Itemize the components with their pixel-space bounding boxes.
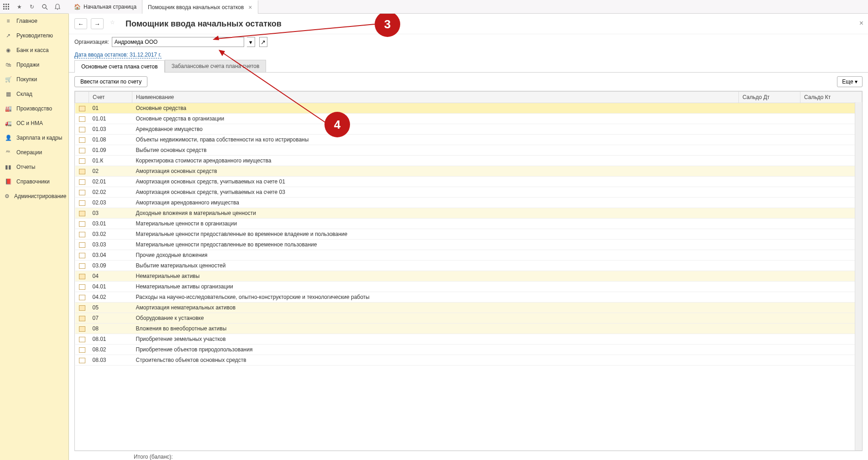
table-row[interactable]: 03.09Выбытие материальных ценностей: [75, 261, 862, 271]
sidebar-item-2[interactable]: ◉Банк и касса: [0, 43, 68, 58]
back-button[interactable]: ←: [74, 18, 87, 29]
top-toolbar: ★ ↻ 🏠 Начальная страница Помощник ввода …: [0, 0, 868, 14]
account-icon: [79, 295, 85, 300]
close-page-icon[interactable]: ×: [859, 19, 863, 27]
table-row[interactable]: 08.01Приобретение земельных участков: [75, 334, 862, 345]
star-icon[interactable]: ★: [15, 3, 23, 11]
table-row[interactable]: 05Амортизация нематериальных активов: [75, 303, 862, 313]
table-row[interactable]: 01.08Объекты недвижимости, права собстве…: [75, 135, 862, 145]
account-icon: [79, 158, 85, 164]
sidebar-item-6[interactable]: 🏭Производство: [0, 101, 68, 116]
table-row[interactable]: 07Оборудование к установке: [75, 313, 862, 324]
sidebar-icon: 🛍: [5, 61, 12, 68]
table-row[interactable]: 01Основные средства: [75, 103, 862, 114]
sidebar-icon: ▮▮: [5, 163, 12, 171]
sidebar-item-11[interactable]: 📕Справочники: [0, 174, 68, 189]
sidebar-icon: ≡: [5, 17, 12, 25]
account-icon: [79, 200, 85, 206]
sidebar-item-label: Администрирование: [14, 193, 66, 199]
table-row[interactable]: 08Вложения во внеоборотные активы: [75, 324, 862, 334]
sidebar-icon: ⚙: [5, 193, 10, 200]
account-code: 02.02: [89, 187, 132, 198]
tab-main-accounts[interactable]: Основные счета плана счетов: [74, 60, 165, 73]
apps-icon[interactable]: [2, 3, 10, 11]
table-row[interactable]: 08.03Строительство объектов основных сре…: [75, 355, 862, 366]
account-name: Нематериальные активы организации: [132, 282, 739, 292]
sidebar-item-4[interactable]: 🛒Покупки: [0, 72, 68, 87]
tab-home[interactable]: 🏠 Начальная страница: [68, 0, 142, 14]
enter-balance-button[interactable]: Ввести остатки по счету: [74, 76, 147, 87]
sidebar-item-9[interactable]: ᴬᵏОперации: [0, 145, 68, 160]
account-code: 04.01: [89, 282, 132, 292]
table-row[interactable]: 04.02Расходы на научно-исследовательские…: [75, 292, 862, 303]
sidebar-item-1[interactable]: ↗Руководителю: [0, 28, 68, 43]
account-name: Амортизация нематериальных активов: [132, 303, 739, 313]
bell-icon[interactable]: [53, 3, 62, 11]
sidebar-icon: 🚛: [5, 120, 12, 127]
account-icon: [79, 316, 85, 321]
sidebar-icon: 📕: [5, 178, 12, 185]
table-row[interactable]: 01.09Выбытие основных средств: [75, 145, 862, 156]
annotation-arrow-3: [213, 23, 377, 41]
account-name: Доходные вложения в материальные ценност…: [132, 208, 739, 219]
sidebar-item-10[interactable]: ▮▮Отчеты: [0, 160, 68, 174]
table-row[interactable]: 01.01Основные средства в организации: [75, 114, 862, 124]
account-code: 05: [89, 303, 132, 313]
history-icon[interactable]: ↻: [28, 3, 36, 11]
table-row[interactable]: 02.02Амортизация основных средств, учиты…: [75, 187, 862, 198]
table-row[interactable]: 03.03Материальные ценности предоставленн…: [75, 240, 862, 250]
sidebar-item-label: ОС и НМА: [16, 120, 43, 126]
table-row[interactable]: 01.ККорректировка стоимости арендованног…: [75, 156, 862, 166]
account-name: Амортизация основных средств: [132, 166, 739, 177]
account-name: Амортизация основных средств, учитываемы…: [132, 177, 739, 187]
table-row[interactable]: 04Нематериальные активы: [75, 271, 862, 282]
table-row[interactable]: 03.04Прочие доходные вложения: [75, 250, 862, 261]
sidebar-item-label: Главное: [16, 18, 37, 24]
favorite-icon[interactable]: ☆: [110, 19, 119, 28]
sidebar-item-3[interactable]: 🛍Продажи: [0, 58, 68, 72]
account-name: Материальные ценности в организации: [132, 219, 739, 229]
tab-assistant[interactable]: Помощник ввода начальных остатков ×: [142, 0, 258, 14]
svg-rect-7: [5, 8, 7, 10]
table-row[interactable]: 01.03Арендованное имущество: [75, 124, 862, 135]
close-icon[interactable]: ×: [248, 4, 252, 11]
account-code: 03.01: [89, 219, 132, 229]
table-row[interactable]: 04.01Нематериальные активы организации: [75, 282, 862, 292]
date-link[interactable]: Дата ввода остатков: 31.12.2017 г.: [74, 52, 162, 58]
sidebar-item-8[interactable]: 👤Зарплата и кадры: [0, 131, 68, 145]
table-row[interactable]: 03.02Материальные ценности предоставленн…: [75, 229, 862, 240]
more-button[interactable]: Еще ▾: [837, 76, 863, 87]
forward-button[interactable]: →: [91, 18, 104, 29]
sidebar-item-0[interactable]: ≡Главное: [0, 14, 68, 28]
table-row[interactable]: 03Доходные вложения в материальные ценно…: [75, 208, 862, 219]
table-row[interactable]: 02.03Амортизация арендованного имущества: [75, 198, 862, 208]
content: × ← → ☆ Помощник ввода начальных остатко…: [69, 14, 868, 460]
sidebar-item-7[interactable]: 🚛ОС и НМА: [0, 116, 68, 131]
col-kt[interactable]: Сальдо Кт: [800, 92, 862, 103]
col-account[interactable]: Счет: [89, 92, 132, 103]
svg-rect-8: [8, 8, 9, 10]
account-icon: [79, 116, 85, 122]
search-icon[interactable]: [41, 3, 49, 11]
sidebar-item-5[interactable]: ▦Склад: [0, 87, 68, 101]
sidebar-item-12[interactable]: ⚙Администрирование: [0, 189, 68, 204]
annotation-arrow-4: [219, 50, 328, 125]
svg-rect-0: [3, 4, 5, 5]
account-name: Вложения во внеоборотные активы: [132, 324, 739, 334]
account-code: 01.К: [89, 156, 132, 166]
account-name: Приобретение земельных участков: [132, 334, 739, 345]
account-name: Объекты недвижимости, права собственност…: [132, 135, 739, 145]
account-code: 08.02: [89, 345, 132, 355]
table-row[interactable]: 03.01Материальные ценности в организации: [75, 219, 862, 229]
scrollbar[interactable]: [855, 102, 862, 450]
col-dt[interactable]: Сальдо Дт: [739, 92, 800, 103]
table-row[interactable]: 02.01Амортизация основных средств, учиты…: [75, 177, 862, 187]
svg-rect-4: [5, 6, 7, 7]
annotation-4: 4: [324, 112, 350, 137]
sidebar-icon: 🛒: [5, 76, 12, 83]
table-row[interactable]: 02Амортизация основных средств: [75, 166, 862, 177]
table-row[interactable]: 08.02Приобретение объектов природопользо…: [75, 345, 862, 355]
sidebar-item-label: Склад: [16, 91, 32, 97]
sidebar-item-label: Зарплата и кадры: [16, 135, 62, 141]
account-icon: [79, 242, 85, 248]
